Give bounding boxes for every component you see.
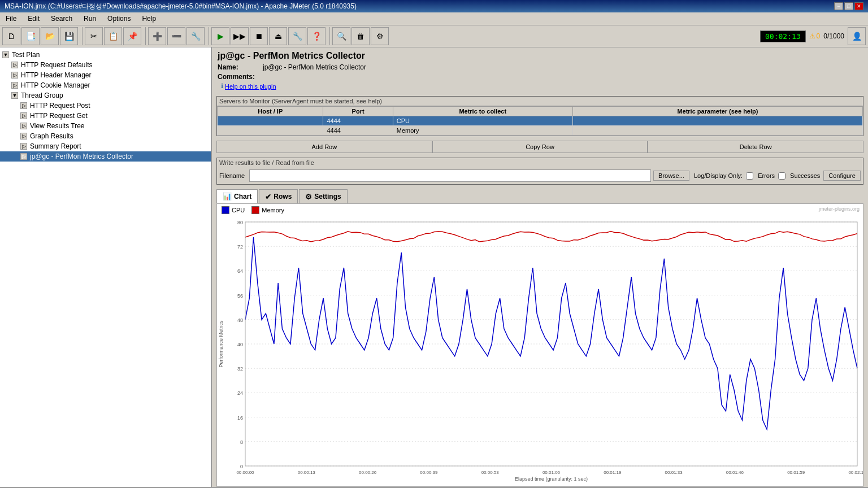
expand-http-header[interactable]: ▷ bbox=[11, 72, 18, 79]
cpu-label: CPU bbox=[232, 207, 245, 213]
expand-graph-results[interactable]: ▷ bbox=[20, 133, 27, 140]
svg-text:00:01:19: 00:01:19 bbox=[604, 470, 622, 475]
chart-svg: 8072645648403224168000:00:0000:00:1300:0… bbox=[217, 216, 863, 483]
function-helper-button[interactable]: ⚙ bbox=[371, 27, 389, 45]
col-metric: Metric to collect bbox=[393, 107, 572, 116]
menu-search[interactable]: Search bbox=[47, 14, 76, 24]
tree-item-summary-report[interactable]: ▷Summary Report bbox=[0, 141, 211, 151]
minimize-button[interactable]: − bbox=[834, 2, 843, 10]
tree-label-http-defaults: HTTP Request Defaults bbox=[21, 61, 93, 69]
copy-button[interactable]: 📋 bbox=[104, 27, 122, 45]
stop-button[interactable]: ⏹ bbox=[250, 27, 268, 45]
filename-input[interactable] bbox=[249, 169, 651, 182]
server-row-0[interactable]: 4444CPU bbox=[218, 116, 863, 126]
expand-summary-report[interactable]: ▷ bbox=[20, 143, 27, 150]
tree-item-perfmon[interactable]: ▷jp@gc - PerfMon Metrics Collector bbox=[0, 151, 211, 162]
clear-button[interactable]: 🔧 bbox=[186, 27, 205, 45]
help-link[interactable]: Help on this plugin bbox=[225, 83, 276, 90]
menu-file[interactable]: File bbox=[2, 14, 20, 24]
tree-item-http-get[interactable]: ▷HTTP Request Get bbox=[0, 111, 211, 121]
chart-legend: CPU Memory bbox=[217, 204, 863, 216]
settings-tab-label: Settings bbox=[314, 193, 341, 201]
user-icon: 👤 bbox=[848, 27, 866, 45]
expand-http-defaults[interactable]: ▷ bbox=[11, 62, 18, 68]
tree-label-thread-group: Thread Group bbox=[21, 91, 63, 99]
menu-edit[interactable]: Edit bbox=[24, 14, 43, 24]
warning-count: 0 bbox=[817, 32, 821, 40]
expand-test-plan[interactable]: ▼ bbox=[2, 51, 9, 58]
cell-port-1: 4444 bbox=[323, 126, 393, 136]
copy-row-button[interactable]: Copy Row bbox=[432, 141, 648, 153]
tab-rows[interactable]: ✔ Rows bbox=[259, 189, 298, 203]
warning-badge: ⚠ 0 bbox=[809, 32, 821, 40]
svg-text:0: 0 bbox=[240, 464, 243, 469]
close-button[interactable]: ✕ bbox=[854, 2, 863, 10]
remove-button[interactable]: ➖ bbox=[167, 27, 185, 45]
expand-http-get[interactable]: ▷ bbox=[20, 112, 27, 119]
add-row-button[interactable]: Add Row bbox=[216, 141, 432, 153]
remote-tools-button[interactable]: 🔧 bbox=[288, 27, 306, 45]
svg-text:40: 40 bbox=[237, 342, 243, 347]
errors-label: Errors bbox=[758, 172, 775, 179]
delete-row-button[interactable]: Delete Row bbox=[648, 141, 863, 153]
svg-text:72: 72 bbox=[237, 244, 243, 250]
shutdown-button[interactable]: ⏏ bbox=[269, 27, 287, 45]
chart-container: CPU Memory jmeter-plugins.org 8072645648… bbox=[217, 204, 863, 486]
memory-color bbox=[251, 206, 259, 214]
cell-metric-0: CPU bbox=[393, 116, 572, 126]
server-row-1[interactable]: 4444Memory bbox=[218, 126, 863, 136]
tree-item-http-defaults[interactable]: ▷HTTP Request Defaults bbox=[0, 60, 211, 70]
cpu-legend: CPU bbox=[222, 206, 245, 214]
svg-text:00:02:13: 00:02:13 bbox=[848, 470, 863, 475]
chart-watermark: jmeter-plugins.org bbox=[819, 206, 860, 212]
errors-checkbox[interactable] bbox=[746, 172, 753, 180]
configure-button[interactable]: Configure bbox=[823, 171, 861, 181]
menu-run[interactable]: Run bbox=[80, 14, 99, 24]
expand-view-results[interactable]: ▷ bbox=[20, 123, 27, 129]
menu-help[interactable]: Help bbox=[138, 14, 159, 24]
tree-item-test-plan[interactable]: ▼Test Plan bbox=[0, 50, 211, 60]
tree-item-thread-group[interactable]: ▼Thread Group bbox=[0, 90, 211, 101]
expand-http-cookie[interactable]: ▷ bbox=[11, 82, 18, 89]
content-panel: jp@gc - PerfMon Metrics Collector Name: … bbox=[212, 47, 868, 487]
svg-text:00:01:59: 00:01:59 bbox=[787, 470, 805, 475]
new-button[interactable]: 🗋 bbox=[2, 27, 20, 45]
tree-label-view-results: View Results Tree bbox=[30, 122, 85, 130]
clear-all-button[interactable]: 🗑 bbox=[351, 27, 370, 45]
svg-text:00:00:13: 00:00:13 bbox=[298, 470, 316, 475]
settings-tab-icon: ⚙ bbox=[305, 193, 312, 201]
add-button[interactable]: ➕ bbox=[148, 27, 166, 45]
template-button[interactable]: 📑 bbox=[21, 27, 40, 45]
tree-item-view-results[interactable]: ▷View Results Tree bbox=[0, 121, 211, 131]
tree-item-http-header[interactable]: ▷HTTP Header Manager bbox=[0, 70, 211, 80]
maximize-button[interactable]: □ bbox=[844, 2, 853, 10]
expand-perfmon[interactable]: ▷ bbox=[20, 153, 27, 160]
tree-item-http-post[interactable]: ▷HTTP Request Post bbox=[0, 101, 211, 111]
server-table-section: Servers to Monitor (ServerAgent must be … bbox=[216, 96, 863, 136]
write-results-title: Write results to file / Read from file bbox=[217, 158, 863, 167]
paste-button[interactable]: 📌 bbox=[123, 27, 141, 45]
browse-button[interactable]: Browse... bbox=[653, 171, 689, 181]
window-controls: − □ ✕ bbox=[834, 2, 863, 10]
expand-http-post[interactable]: ▷ bbox=[20, 102, 27, 109]
save-button[interactable]: 💾 bbox=[60, 27, 78, 45]
successes-checkbox[interactable] bbox=[778, 172, 785, 180]
start-button[interactable]: ▶ bbox=[211, 27, 229, 45]
search-toolbar-button[interactable]: 🔍 bbox=[332, 27, 350, 45]
expand-thread-group[interactable]: ▼ bbox=[11, 92, 18, 99]
tree-item-http-cookie[interactable]: ▷HTTP Cookie Manager bbox=[0, 80, 211, 90]
tree-item-graph-results[interactable]: ▷Graph Results bbox=[0, 131, 211, 141]
svg-text:00:00:00: 00:00:00 bbox=[236, 470, 254, 475]
timer-display: 00:02:13 bbox=[760, 30, 806, 42]
plugin-header: jp@gc - PerfMon Metrics Collector Name: … bbox=[212, 47, 868, 94]
open-button[interactable]: 📂 bbox=[41, 27, 59, 45]
col-param: Metric parameter (see help) bbox=[572, 107, 862, 116]
chart-tab-icon: 📊 bbox=[223, 192, 232, 201]
cell-host-0 bbox=[218, 116, 323, 126]
menu-options[interactable]: Options bbox=[104, 14, 134, 24]
tab-chart[interactable]: 📊 Chart bbox=[216, 189, 258, 203]
help-button[interactable]: ❓ bbox=[307, 27, 326, 45]
cut-button[interactable]: ✂ bbox=[85, 27, 103, 45]
start-no-pauses-button[interactable]: ▶▶ bbox=[231, 27, 249, 45]
tab-settings[interactable]: ⚙ Settings bbox=[299, 189, 347, 203]
